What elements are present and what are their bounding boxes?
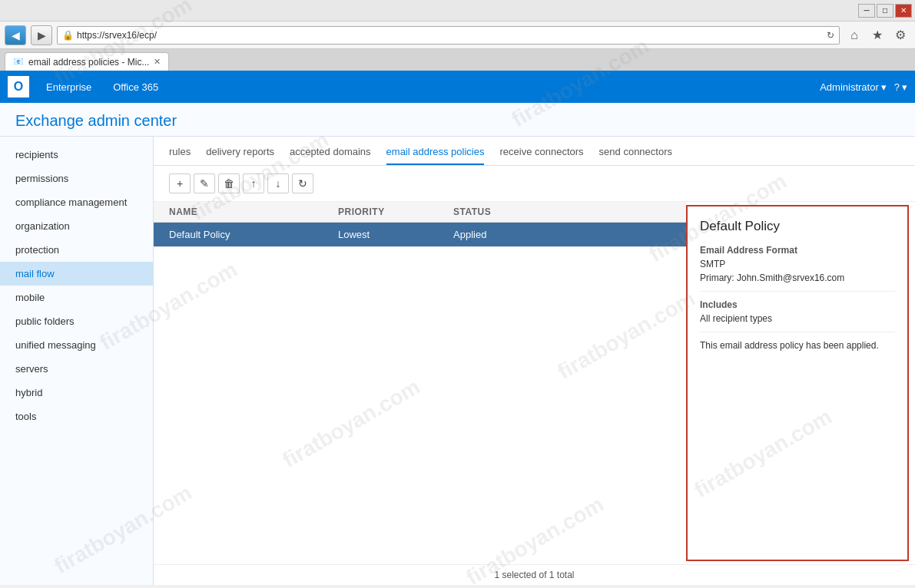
admin-dropdown-icon: ▾ (881, 81, 887, 93)
move-up-button[interactable]: ↑ (243, 173, 264, 193)
cell-priority: Lowest (338, 229, 453, 240)
sidebar-item-recipients[interactable]: recipients (0, 143, 153, 167)
admin-menu-button[interactable]: Administrator ▾ (820, 81, 887, 93)
app-header: O Enterprise Office 365 Administrator ▾ … (0, 71, 915, 103)
edit-button[interactable]: ✎ (194, 173, 215, 193)
page-title-bar: Exchange admin center (0, 103, 915, 137)
maximize-button[interactable]: □ (877, 4, 893, 18)
tab-close-icon[interactable]: ✕ (154, 57, 161, 67)
sidebar-item-tools[interactable]: tools (0, 405, 153, 428)
sidebar-item-permissions[interactable]: permissions (0, 167, 153, 190)
detail-includes-label: Includes (700, 299, 895, 310)
delete-button[interactable]: 🗑 (218, 173, 240, 193)
office-logo: O (8, 76, 29, 97)
admin-label: Administrator (820, 81, 879, 93)
minimize-button[interactable]: ─ (858, 4, 875, 18)
detail-applied-message: This email address policy has been appli… (700, 340, 895, 351)
col-priority: PRIORITY (338, 206, 453, 217)
table-footer: 1 selected of 1 total (154, 564, 915, 585)
data-table: NAME PRIORITY STATUS Default Policy Lowe… (154, 202, 686, 564)
help-dropdown-icon: ▾ (902, 81, 907, 93)
back-button[interactable]: ◀ (5, 25, 26, 45)
content-area: rules delivery reports accepted domains … (154, 137, 915, 585)
main-layout: recipients permissions compliance manage… (0, 137, 915, 585)
cell-status: Applied (453, 229, 569, 240)
refresh-button[interactable]: ↻ (292, 173, 313, 193)
col-name: NAME (169, 206, 338, 217)
list-toolbar: + ✎ 🗑 ↑ ↓ ↻ (154, 166, 915, 202)
address-bar[interactable]: 🔒 https://srvex16/ecp/ ↻ (57, 26, 840, 45)
sidebar-item-protection[interactable]: protection (0, 238, 153, 262)
cell-name: Default Policy (169, 229, 338, 240)
address-text: https://srvex16/ecp/ (77, 30, 824, 41)
app-header-right: Administrator ▾ ? ▾ (820, 81, 907, 93)
detail-primary-label: Primary: John.Smith@srvex16.com (700, 273, 895, 283)
subnav-delivery-reports[interactable]: delivery reports (206, 146, 274, 165)
col-extra (569, 206, 671, 217)
home-icon[interactable]: ⌂ (844, 26, 864, 45)
table-header: NAME PRIORITY STATUS (154, 202, 686, 223)
subnav-send-connectors[interactable]: send connectors (599, 146, 672, 165)
cell-extra (569, 229, 671, 240)
sidebar-item-mobile[interactable]: mobile (0, 286, 153, 309)
page-title: Exchange admin center (15, 112, 900, 130)
detail-smtp-label: SMTP (700, 259, 895, 269)
sidebar-item-unified-messaging[interactable]: unified messaging (0, 333, 153, 357)
sidebar-item-public-folders[interactable]: public folders (0, 309, 153, 333)
help-label: ? (894, 81, 900, 93)
detail-divider-2 (700, 332, 895, 332)
nav-office365[interactable]: Office 365 (108, 78, 163, 96)
detail-title: Default Policy (700, 219, 895, 234)
favorites-icon[interactable]: ★ (867, 26, 887, 45)
tab-email-policies[interactable]: 📧 email address policies - Mic... ✕ (5, 52, 169, 71)
sidebar-item-hybrid[interactable]: hybrid (0, 381, 153, 405)
refresh-icon[interactable]: ↻ (827, 30, 834, 41)
detail-email-format-label: Email Address Format (700, 245, 895, 256)
subnav-accepted-domains[interactable]: accepted domains (290, 146, 371, 165)
tab-icon: 📧 (13, 57, 24, 67)
browser-titlebar: ─ □ ✕ (0, 0, 915, 21)
sidebar-item-mail-flow[interactable]: mail flow (0, 262, 153, 286)
add-button[interactable]: + (169, 173, 191, 193)
footer-text: 1 selected of 1 total (494, 570, 574, 580)
subnav-rules[interactable]: rules (169, 146, 191, 165)
sidebar-item-servers[interactable]: servers (0, 357, 153, 381)
move-down-button[interactable]: ↓ (267, 173, 289, 193)
help-button[interactable]: ? ▾ (894, 81, 907, 93)
table-row[interactable]: Default Policy Lowest Applied (154, 223, 686, 247)
settings-icon[interactable]: ⚙ (890, 26, 910, 45)
browser-toolbar: ◀ ▶ 🔒 https://srvex16/ecp/ ↻ ⌂ ★ ⚙ (0, 21, 915, 49)
sidebar: recipients permissions compliance manage… (0, 137, 154, 585)
sidebar-item-organization[interactable]: organization (0, 214, 153, 238)
detail-panel: Default Policy Email Address Format SMTP… (686, 205, 909, 561)
subnav-receive-connectors[interactable]: receive connectors (499, 146, 583, 165)
window-controls[interactable]: ─ □ ✕ (858, 4, 912, 18)
close-button[interactable]: ✕ (895, 4, 912, 18)
subnav-email-address-policies[interactable]: email address policies (386, 146, 485, 165)
nav-enterprise[interactable]: Enterprise (41, 78, 96, 96)
sub-nav: rules delivery reports accepted domains … (154, 137, 915, 166)
forward-button[interactable]: ▶ (31, 25, 52, 45)
table-wrapper: NAME PRIORITY STATUS Default Policy Lowe… (154, 202, 915, 564)
tab-bar: 📧 email address policies - Mic... ✕ (0, 49, 915, 71)
col-status: STATUS (453, 206, 569, 217)
detail-recipient-types: All recipient types (700, 313, 895, 324)
sidebar-item-compliance-management[interactable]: compliance management (0, 190, 153, 214)
tab-label: email address policies - Mic... (28, 57, 149, 68)
lock-icon: 🔒 (62, 30, 74, 41)
detail-divider-1 (700, 291, 895, 292)
browser-toolbar-right: ⌂ ★ ⚙ (844, 26, 910, 45)
